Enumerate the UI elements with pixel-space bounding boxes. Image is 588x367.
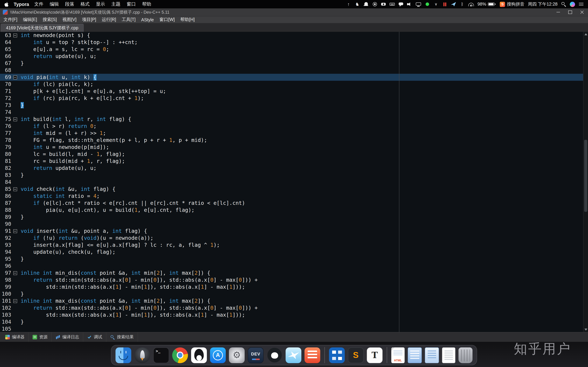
code-line-75[interactable]: 75int build(int l, int r, int flag) { <box>0 116 583 123</box>
macos-menu-item-2[interactable]: 段落 <box>62 1 77 7</box>
code-line-68[interactable]: 68 <box>0 67 583 74</box>
code-line-81[interactable]: 81 rc = build(mid + 1, r, flag); <box>0 158 583 165</box>
dock-github[interactable] <box>267 347 282 363</box>
camera-item[interactable] <box>381 1 386 7</box>
fold-toggle-91[interactable] <box>13 229 17 233</box>
code-line-84[interactable]: 84 <box>0 179 583 186</box>
chevron-down-item[interactable] <box>433 1 439 7</box>
dock-blue-documents[interactable] <box>408 347 422 363</box>
active-app-name[interactable]: Typora <box>14 1 29 7</box>
code-line-78[interactable]: 78 FG = flag, std::nth_element(p + l, p … <box>0 137 583 144</box>
bluetooth-item[interactable] <box>459 1 465 7</box>
macos-menu-item-3[interactable]: 格式 <box>77 1 93 7</box>
minimize-button[interactable] <box>552 8 564 16</box>
menu-item[interactable] <box>579 1 584 7</box>
code-editor[interactable]: 63int newnode(point s) {64 int u = top ?… <box>0 32 588 332</box>
dock-launchpad[interactable] <box>134 347 150 363</box>
devcpp-menu-item-3[interactable]: 视图[V] <box>60 17 79 23</box>
dock-netdisk-bird[interactable] <box>285 347 301 363</box>
statusbar-tab-log[interactable]: 编译日志 <box>52 332 83 342</box>
code-line-74[interactable]: 74 <box>0 109 583 116</box>
macos-menu-item-6[interactable]: 窗口 <box>123 1 139 7</box>
statusbar-tab-debug[interactable]: 调试 <box>83 332 106 342</box>
scroll-up-arrow[interactable] <box>583 32 588 37</box>
code-line-71[interactable]: 71 p[k + e[lc].cnt] = e[u].a, stk[++top]… <box>0 88 583 95</box>
parallels-item[interactable] <box>442 1 447 7</box>
dock-qq[interactable] <box>191 347 207 363</box>
devcpp-menu-item-0[interactable]: 文件[F] <box>1 17 20 23</box>
fold-toggle-97[interactable] <box>13 271 17 275</box>
code-line-96[interactable]: 96 <box>0 262 583 269</box>
display-item[interactable] <box>416 1 421 7</box>
code-line-100[interactable]: 100} <box>0 291 583 297</box>
dock-html-document[interactable]: HTML <box>391 347 405 363</box>
knight-item[interactable] <box>355 1 360 7</box>
close-button[interactable] <box>576 8 588 16</box>
volume-item[interactable] <box>407 1 412 7</box>
devcpp-titlebar[interactable]: \\Mac\Home\Desktop\code\洛谷\4169 [Violet]… <box>0 8 588 17</box>
clock-item[interactable]: 周四 下午12:28 <box>528 1 558 7</box>
arrow-up-item[interactable] <box>346 1 351 7</box>
apple-menu-icon[interactable] <box>4 1 9 7</box>
code-line-95[interactable]: 95} <box>0 256 583 262</box>
siri-item[interactable] <box>570 1 575 7</box>
code-line-92[interactable]: 92 if (!u) return (void)(u = newnode(a))… <box>0 234 583 242</box>
code-line-79[interactable]: 79 int u = newnode(p[mid]); <box>0 144 583 151</box>
fold-cell-85[interactable] <box>11 186 19 192</box>
dock-finder[interactable] <box>115 347 131 363</box>
code-line-90[interactable]: 90 <box>0 221 583 227</box>
keyboard-item[interactable] <box>389 1 395 7</box>
devcpp-menu-item-8[interactable]: 窗口[W] <box>157 17 178 23</box>
devcpp-menu-item-9[interactable]: 帮助[H] <box>178 17 198 23</box>
fold-cell-63[interactable] <box>11 32 19 39</box>
dock-blue-files[interactable] <box>425 347 439 363</box>
sogou-item[interactable]: 搜狗拼音 <box>500 1 524 7</box>
code-line-64[interactable]: 64 int u = top ? stk[top--] : ++cnt; <box>0 39 583 46</box>
code-line-101[interactable]: 101inline int max_dis(const point &a, in… <box>0 297 583 304</box>
code-line-66[interactable]: 66 return update(u), u; <box>0 53 583 60</box>
macos-menu-item-0[interactable]: 文件 <box>31 1 47 7</box>
statusbar-tab-search[interactable]: 搜索结果 <box>106 332 138 342</box>
dock-trash[interactable] <box>458 347 473 363</box>
code-line-73[interactable]: 73} <box>0 102 583 109</box>
fold-toggle-63[interactable] <box>13 33 17 37</box>
fold-toggle-101[interactable] <box>13 299 17 303</box>
green-dot-item[interactable] <box>424 1 430 7</box>
fold-toggle-75[interactable] <box>13 117 17 121</box>
devcpp-menu-item-6[interactable]: 工具[T] <box>119 17 138 23</box>
macos-menu-item-5[interactable]: 主题 <box>108 1 123 7</box>
macos-menu-item-7[interactable]: 帮助 <box>139 1 154 7</box>
macos-menu-item-4[interactable]: 显示 <box>93 1 108 7</box>
code-line-97[interactable]: 97inline int min_dis(const point &a, int… <box>0 269 583 276</box>
fold-cell-69[interactable] <box>11 74 19 81</box>
statusbar-tab-resource[interactable]: 资源 <box>29 332 52 342</box>
battery-item[interactable]: 98% <box>477 2 496 7</box>
code-line-72[interactable]: 72 if (rc) pia(rc, k + e[lc].cnt + 1); <box>0 95 583 102</box>
dock-chrome[interactable] <box>172 347 188 363</box>
fold-cell-101[interactable] <box>11 297 19 304</box>
dock-app-store[interactable]: A <box>210 347 226 363</box>
search-item[interactable] <box>561 1 566 7</box>
code-line-94[interactable]: 94 update(u), check(u, flag); <box>0 249 583 256</box>
code-line-104[interactable]: 104} <box>0 318 583 325</box>
code-line-80[interactable]: 80 lc = build(l, mid - 1, flag); <box>0 151 583 158</box>
file-tab[interactable]: 4169 [Violet]天使玩偶 SJY摆棋子.cpp <box>1 24 84 32</box>
maximize-button[interactable] <box>564 8 576 16</box>
dock-terminal[interactable]: >_ <box>153 347 169 363</box>
chat-item[interactable] <box>398 1 404 7</box>
code-line-87[interactable]: 87 if (e[lc].cnt * ratio < e[rc].cnt || … <box>0 200 583 207</box>
fold-cell-91[interactable] <box>11 227 19 234</box>
fold-toggle-85[interactable] <box>13 187 17 191</box>
code-line-85[interactable]: 85void check(int &u, int flag) { <box>0 186 583 192</box>
dock-white-document[interactable] <box>442 347 455 363</box>
dock-orange-stack[interactable] <box>304 347 320 363</box>
code-line-88[interactable]: 88 pia(u, e[u].cnt), u = build(1, e[u].c… <box>0 207 583 214</box>
code-line-98[interactable]: 98 return std::min(std::abs(a.x[0] - min… <box>0 276 583 284</box>
devcpp-menu-item-7[interactable]: AStyle <box>138 17 157 22</box>
scroll-down-arrow[interactable] <box>583 327 588 332</box>
dock-typora[interactable]: T <box>367 347 382 363</box>
code-line-91[interactable]: 91void insert(int &u, point a, int flag)… <box>0 227 583 234</box>
fold-toggle-69[interactable] <box>13 75 17 79</box>
record-item[interactable] <box>372 1 377 7</box>
code-line-70[interactable]: 70 if (lc) pia(lc, k); <box>0 81 583 88</box>
